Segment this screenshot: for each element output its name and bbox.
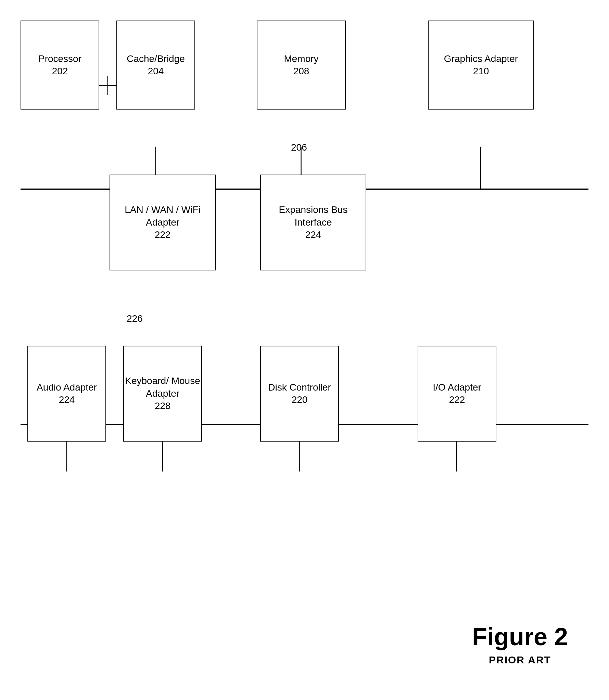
audio-adapter-box: Audio Adapter 224 [27, 346, 106, 442]
io-adapter-label: I/O Adapter [433, 381, 481, 394]
keyboard-mouse-number: 228 [155, 400, 171, 412]
audio-adapter-number: 224 [59, 394, 75, 406]
keyboard-mouse-label: Keyboard/ Mouse Adapter [124, 375, 201, 400]
disk-controller-label: Disk Controller [268, 381, 331, 394]
cache-bridge-box: Cache/Bridge 204 [116, 21, 195, 110]
graphics-adapter-box: Graphics Adapter 210 [428, 21, 534, 110]
expansion-bus-box: Expansions Bus Interface 224 [260, 175, 366, 270]
cache-bridge-label: Cache/Bridge [127, 53, 185, 65]
disk-controller-number: 220 [292, 394, 308, 406]
memory-number: 208 [293, 65, 309, 77]
processor-box: Processor 202 [21, 21, 99, 110]
lan-wan-box: LAN / WAN / WiFi Adapter 222 [110, 175, 216, 270]
graphics-adapter-label: Graphics Adapter [444, 53, 518, 65]
bus-206-label: 206 [291, 142, 307, 153]
cache-bridge-number: 204 [148, 65, 164, 77]
bus-226-label: 226 [127, 313, 143, 324]
io-adapter-box: I/O Adapter 222 [418, 346, 496, 442]
audio-adapter-label: Audio Adapter [37, 381, 97, 394]
figure-caption: Figure 2 PRIOR ART [472, 623, 568, 666]
processor-number: 202 [52, 65, 68, 77]
lan-wan-number: 222 [155, 229, 171, 241]
disk-controller-box: Disk Controller 220 [260, 346, 339, 442]
memory-box: Memory 208 [257, 21, 346, 110]
io-adapter-number: 222 [449, 394, 465, 406]
graphics-adapter-number: 210 [473, 65, 489, 77]
keyboard-mouse-box: Keyboard/ Mouse Adapter 228 [123, 346, 202, 442]
expansion-bus-label: Expansions Bus Interface [261, 204, 366, 229]
figure-subtitle: PRIOR ART [472, 654, 568, 666]
memory-label: Memory [284, 53, 318, 65]
expansion-bus-number: 224 [305, 229, 321, 241]
lan-wan-label: LAN / WAN / WiFi Adapter [110, 204, 215, 229]
processor-label: Processor [38, 53, 81, 65]
figure-title: Figure 2 [472, 623, 568, 651]
